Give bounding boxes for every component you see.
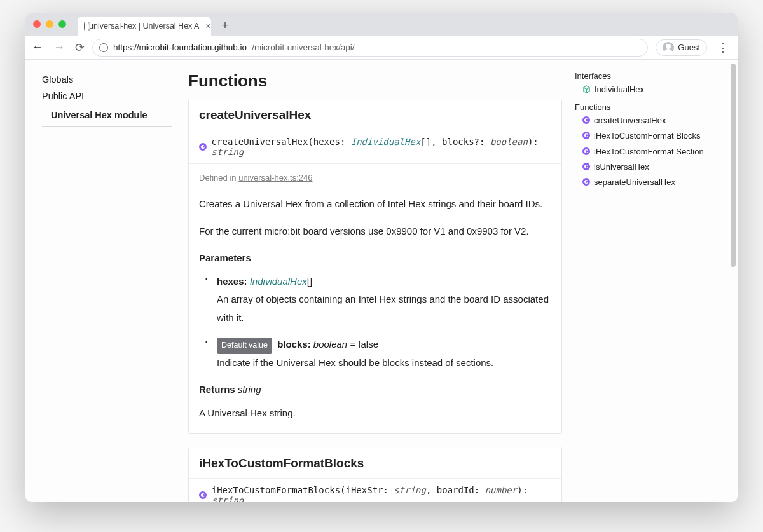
function-icon	[582, 178, 590, 186]
close-window-icon[interactable]	[33, 20, 41, 28]
function-icon	[582, 132, 590, 139]
section-heading: Functions	[188, 69, 562, 99]
profile-label: Guest	[678, 43, 700, 52]
function-signature: iHexToCustomFormatBlocks(iHexStr: string…	[189, 478, 561, 502]
back-button[interactable]: ←	[32, 41, 43, 54]
browser-toolbar: ← → ⟳ https://microbit-foundation.github…	[25, 36, 738, 60]
scrollbar[interactable]	[729, 61, 737, 502]
main-content: Functions createUniversalHex createUnive…	[178, 60, 572, 502]
right-nav-fn-create-universal-hex[interactable]: createUniversalHex	[575, 113, 707, 128]
scrollbar-thumb[interactable]	[731, 64, 736, 267]
parameter: Default value blocks: boolean = false In…	[208, 336, 551, 372]
address-bar[interactable]: https://microbit-foundation.github.io/mi…	[92, 39, 648, 57]
default-value-badge: Default value	[217, 338, 272, 354]
function-icon	[199, 143, 207, 151]
function-icon	[582, 163, 590, 170]
interfaces-heading: Interfaces	[575, 70, 707, 82]
globe-icon	[84, 22, 85, 31]
function-icon	[582, 147, 590, 155]
page: Globals Public API Universal Hex module …	[25, 60, 738, 502]
left-sidebar: Globals Public API Universal Hex module	[25, 60, 178, 502]
returns-description: A Universal Hex string.	[199, 404, 551, 423]
maximize-window-icon[interactable]	[58, 20, 66, 28]
right-nav-fn-separateuniversalhex[interactable]: separateUniversalHex	[575, 175, 707, 190]
forward-button: →	[53, 41, 65, 54]
function-panel-create-universal-hex: createUniversalHex createUniversalHex(he…	[188, 99, 562, 434]
new-tab-button[interactable]: +	[216, 17, 234, 34]
browser-titlebar: universal-hex | Universal Hex A × +	[25, 13, 738, 36]
minimize-window-icon[interactable]	[46, 20, 53, 28]
source-link[interactable]: universal-hex.ts:246	[238, 173, 312, 182]
defined-in: Defined in universal-hex.ts:246	[189, 164, 561, 184]
parameter: hexes: IndividualHex[] An array of objec…	[208, 273, 551, 327]
function-title: createUniversalHex	[189, 99, 561, 130]
function-icon	[582, 116, 590, 124]
functions-heading: Functions	[575, 101, 707, 113]
parameters-heading: Parameters	[199, 249, 551, 268]
right-nav-fn-ihextocustomformat-blocks[interactable]: iHexToCustomFormat Blocks	[575, 128, 707, 144]
returns-heading: Returns string	[199, 381, 551, 399]
right-nav-interface-individualhex[interactable]: IndividualHex	[575, 82, 707, 97]
function-panel-ihex-to-custom-format-blocks: iHexToCustomFormatBlocks iHexToCustomFor…	[188, 447, 562, 502]
function-icon	[199, 491, 207, 499]
window-controls	[33, 20, 66, 28]
tab-title: universal-hex | Universal Hex A	[89, 22, 199, 31]
right-nav-fn-ihextocustomformat-section[interactable]: iHexToCustomFormat Section	[575, 144, 707, 160]
interface-icon	[582, 85, 591, 93]
function-signature: createUniversalHex(hexes: IndividualHex[…	[189, 130, 561, 164]
sidebar-item-universal-hex-module[interactable]: Universal Hex module	[42, 107, 172, 127]
description: Creates a Universal Hex from a collectio…	[199, 195, 551, 214]
description: For the current micro:bit board versions…	[199, 222, 551, 241]
reload-button[interactable]: ⟳	[75, 41, 85, 55]
avatar-icon	[663, 42, 674, 53]
right-sidebar: Interfaces IndividualHex Functions creat…	[572, 60, 712, 502]
right-nav-fn-isuniversalhex[interactable]: isUniversalHex	[575, 160, 707, 175]
url-host: https://microbit-foundation.github.io	[113, 43, 247, 52]
profile-button[interactable]: Guest	[656, 39, 707, 56]
browser-menu-button[interactable]: ⋮	[715, 41, 731, 55]
close-tab-icon[interactable]: ×	[205, 21, 210, 31]
browser-window: universal-hex | Universal Hex A × + ← → …	[25, 13, 738, 502]
site-info-icon[interactable]	[99, 43, 108, 52]
function-body: Creates a Universal Hex from a collectio…	[189, 184, 561, 433]
function-title: iHexToCustomFormatBlocks	[189, 447, 561, 478]
sidebar-item-public-api[interactable]: Public API	[42, 88, 172, 104]
sidebar-item-globals[interactable]: Globals	[42, 71, 172, 88]
url-path: /microbit-universal-hex/api/	[252, 43, 354, 52]
browser-tab[interactable]: universal-hex | Universal Hex A ×	[78, 17, 211, 36]
parameter-description: Indicate if the Universal Hex should be …	[217, 354, 551, 372]
nav-controls: ← → ⟳	[32, 41, 85, 55]
parameter-description: An array of objects containing an Intel …	[217, 290, 551, 327]
